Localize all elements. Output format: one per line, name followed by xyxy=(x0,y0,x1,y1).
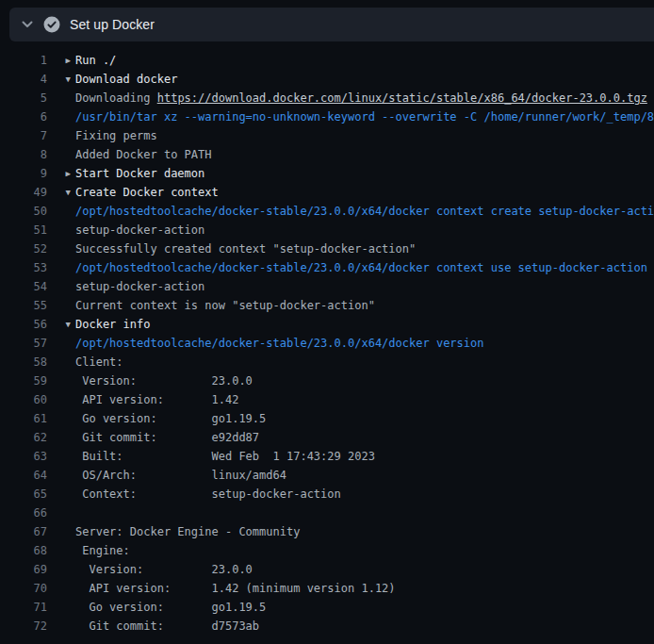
log-line: 4▼Download docker xyxy=(0,70,654,89)
line-number[interactable]: 65 xyxy=(0,485,47,504)
line-number[interactable]: 1 xyxy=(0,51,47,70)
log-text: Downloading https://download.docker.com/… xyxy=(75,89,654,107)
expander-slot xyxy=(47,579,75,598)
log-text: setup-docker-action xyxy=(75,277,654,296)
log-text: Fixing perms xyxy=(75,126,654,145)
log-text: Successfully created context "setup-dock… xyxy=(75,239,654,258)
expander-slot xyxy=(47,334,75,353)
log-text: setup-docker-action xyxy=(75,221,654,239)
expander-slot xyxy=(47,258,75,277)
expander-slot xyxy=(47,145,75,164)
line-number[interactable]: 70 xyxy=(0,579,47,598)
log-text: Engine: xyxy=(75,541,654,560)
expander-slot xyxy=(47,409,75,428)
log-line: 69 Version: 23.0.0 xyxy=(0,560,654,579)
log-text: Go version: go1.19.5 xyxy=(75,598,654,617)
log-link[interactable]: https://download.docker.com/linux/static… xyxy=(157,91,647,105)
line-number[interactable]: 60 xyxy=(0,390,47,409)
line-number[interactable]: 59 xyxy=(0,372,47,390)
line-number[interactable]: 50 xyxy=(0,202,47,221)
line-number[interactable]: 67 xyxy=(0,522,47,541)
expander-slot xyxy=(47,277,75,296)
line-number[interactable]: 5 xyxy=(0,89,47,107)
line-number[interactable]: 6 xyxy=(0,107,47,126)
step-header[interactable]: Set up Docker xyxy=(9,8,654,41)
line-number[interactable]: 53 xyxy=(0,258,47,277)
expander-slot xyxy=(47,522,75,541)
log-line: 5Downloading https://download.docker.com… xyxy=(0,89,654,107)
expander-slot xyxy=(47,202,75,221)
expander-slot xyxy=(47,466,75,485)
expander-slot xyxy=(47,598,75,617)
line-number[interactable]: 64 xyxy=(0,466,47,485)
line-number[interactable]: 57 xyxy=(0,334,47,353)
log-text: OS/Arch: linux/amd64 xyxy=(75,466,654,485)
line-number[interactable]: 69 xyxy=(0,560,47,579)
expander-slot xyxy=(47,560,75,579)
line-number[interactable]: 68 xyxy=(0,541,47,560)
log-text: Server: Docker Engine - Community xyxy=(75,522,654,541)
log-line: 67Server: Docker Engine - Community xyxy=(0,522,654,541)
line-number[interactable]: 63 xyxy=(0,447,47,466)
expander-expanded-icon[interactable]: ▼ xyxy=(47,315,75,334)
log-line: 49▼Create Docker context xyxy=(0,183,654,202)
line-number[interactable]: 8 xyxy=(0,145,47,164)
command-text: /opt/hostedtoolcache/docker-stable/23.0.… xyxy=(75,258,654,277)
line-number[interactable]: 58 xyxy=(0,353,47,372)
log-line: 70 API version: 1.42 (minimum version 1.… xyxy=(0,579,654,598)
expander-expanded-icon[interactable]: ▼ xyxy=(47,70,75,89)
line-number[interactable]: 55 xyxy=(0,296,47,315)
line-number[interactable]: 52 xyxy=(0,239,47,258)
expander-expanded-icon[interactable]: ▼ xyxy=(47,183,75,202)
expander-slot xyxy=(47,221,75,239)
expander-collapsed-icon[interactable]: ▶ xyxy=(47,51,75,70)
expander-slot xyxy=(47,390,75,409)
group-title[interactable]: Start Docker daemon xyxy=(75,164,654,183)
group-title[interactable]: Create Docker context xyxy=(75,183,654,202)
expander-slot xyxy=(47,541,75,560)
group-title[interactable]: Docker info xyxy=(75,315,654,334)
line-number[interactable]: 7 xyxy=(0,126,47,145)
log-line: 56▼Docker info xyxy=(0,315,654,334)
log-line: 52Successfully created context "setup-do… xyxy=(0,239,654,258)
expander-collapsed-icon[interactable]: ▶ xyxy=(47,164,75,183)
log-line: 7Fixing perms xyxy=(0,126,654,145)
log-text: Client: xyxy=(75,353,654,372)
log-text: Git commit: e92dd87 xyxy=(75,428,654,447)
line-number[interactable]: 62 xyxy=(0,428,47,447)
line-number[interactable]: 56 xyxy=(0,315,47,334)
log-lines: 1▶Run ./4▼Download docker5Downloading ht… xyxy=(0,41,654,636)
log-line: 64 OS/Arch: linux/amd64 xyxy=(0,466,654,485)
line-number[interactable]: 51 xyxy=(0,221,47,239)
log-text: Go version: go1.19.5 xyxy=(75,409,654,428)
log-line: 50/opt/hostedtoolcache/docker-stable/23.… xyxy=(0,202,654,221)
log-line: 66 xyxy=(0,504,654,522)
line-number[interactable]: 4 xyxy=(0,70,47,89)
log-text: Context: setup-docker-action xyxy=(75,485,654,504)
log-line: 65 Context: setup-docker-action xyxy=(0,485,654,504)
log-line: 59 Version: 23.0.0 xyxy=(0,372,654,390)
log-line: 1▶Run ./ xyxy=(0,51,654,70)
group-title[interactable]: Download docker xyxy=(75,70,654,89)
line-number[interactable]: 66 xyxy=(0,504,47,522)
log-line: 6/usr/bin/tar xz --warning=no-unknown-ke… xyxy=(0,107,654,126)
log-text: API version: 1.42 xyxy=(75,390,654,409)
line-number[interactable]: 71 xyxy=(0,598,47,617)
group-title[interactable]: Run ./ xyxy=(75,51,654,70)
log-text: Current context is now "setup-docker-act… xyxy=(75,296,654,315)
line-number[interactable]: 9 xyxy=(0,164,47,183)
step-title: Set up Docker xyxy=(70,17,155,32)
expander-slot xyxy=(47,107,75,126)
log-text: API version: 1.42 (minimum version 1.12) xyxy=(75,579,654,598)
line-number[interactable]: 49 xyxy=(0,183,47,202)
line-number[interactable]: 61 xyxy=(0,409,47,428)
expander-slot xyxy=(47,296,75,315)
chevron-down-icon[interactable] xyxy=(21,18,34,31)
check-circle-icon xyxy=(43,16,60,33)
log-text: Version: 23.0.0 xyxy=(75,560,654,579)
line-number[interactable]: 72 xyxy=(0,617,47,636)
line-number[interactable]: 54 xyxy=(0,277,47,296)
command-text: /opt/hostedtoolcache/docker-stable/23.0.… xyxy=(75,202,654,221)
log-line: 62 Git commit: e92dd87 xyxy=(0,428,654,447)
expander-slot xyxy=(47,447,75,466)
